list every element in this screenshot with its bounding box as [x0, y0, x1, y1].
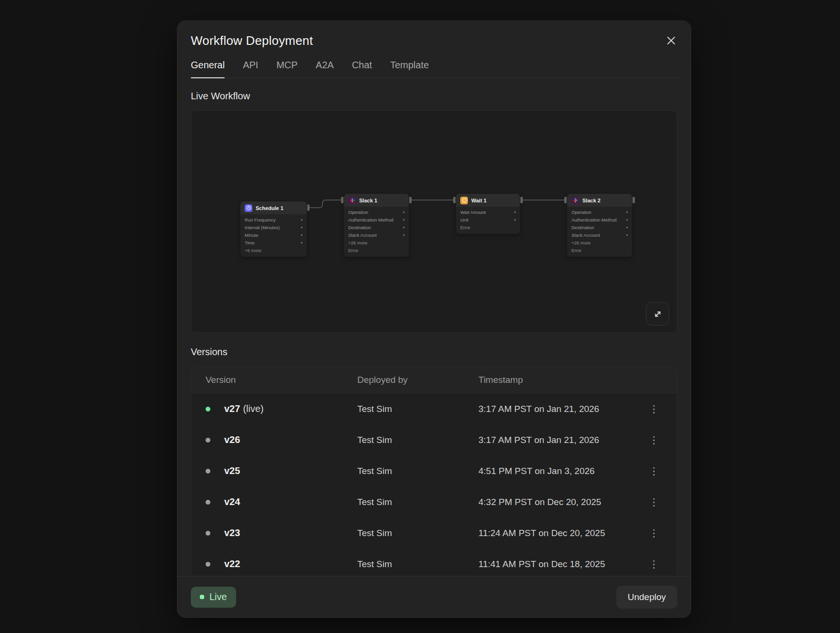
- tab-chat[interactable]: Chat: [352, 60, 372, 78]
- row-menu-button[interactable]: ⋮: [645, 494, 663, 511]
- table-row-v24[interactable]: v24 Test Sim 4:32 PM PST on Dec 20, 2025…: [191, 486, 677, 517]
- tab-bar: General API MCP A2A Chat Template: [191, 60, 677, 78]
- workflow-canvas[interactable]: Schedule 1 Run Frequency Interval (Minut…: [191, 110, 677, 333]
- row-menu-button[interactable]: ⋮: [645, 463, 663, 480]
- collapse-dot-icon: [626, 227, 628, 228]
- timestamp-cell: 11:24 AM PST on Dec 20, 2025: [478, 528, 643, 538]
- version-cell: v25: [224, 465, 357, 476]
- input-handle[interactable]: [341, 197, 343, 203]
- node-field: Authentication Method: [344, 216, 409, 223]
- column-header-deployed-by: Deployed by: [357, 375, 478, 385]
- kebab-icon: ⋮: [649, 528, 659, 538]
- table-row-v26[interactable]: v26 Test Sim 3:17 AM PST on Jan 21, 2026…: [191, 424, 677, 455]
- node-field: Destination: [344, 223, 409, 231]
- tab-mcp[interactable]: MCP: [276, 60, 297, 78]
- collapse-dot-icon: [626, 219, 628, 221]
- live-status-badge: Live: [191, 587, 236, 608]
- version-cell: v24: [224, 496, 357, 507]
- deployed-by-cell: Test Sim: [357, 404, 478, 414]
- versions-heading: Versions: [191, 347, 677, 358]
- node-field: Time: [240, 239, 307, 246]
- output-handle[interactable]: [307, 204, 310, 211]
- expand-canvas-button[interactable]: [646, 302, 669, 326]
- node-slack-2[interactable]: Slack 2 Operation Authentication Method …: [567, 194, 632, 257]
- node-schedule-1-header: Schedule 1: [240, 201, 307, 214]
- node-error-field: Error: [456, 223, 520, 231]
- node-slack-1[interactable]: Slack 1 Operation Authentication Method …: [344, 194, 409, 257]
- row-menu-button[interactable]: ⋮: [645, 525, 663, 542]
- page-title: Workflow Deployment: [191, 33, 677, 48]
- node-field: Authentication Method: [567, 216, 632, 223]
- input-handle[interactable]: [564, 197, 567, 203]
- collapse-dot-icon: [626, 211, 628, 213]
- row-menu-button[interactable]: ⋮: [645, 401, 663, 418]
- versions-table-header: Version Deployed by Timestamp: [191, 367, 677, 393]
- version-cell: v23: [224, 528, 357, 538]
- close-button[interactable]: [663, 32, 679, 49]
- collapse-dot-icon: [301, 227, 302, 228]
- node-field: Wait Amount: [456, 208, 520, 216]
- version-cell: v27(live): [224, 403, 357, 414]
- status-dot: [206, 438, 210, 443]
- status-dot: [206, 562, 210, 567]
- undeploy-button[interactable]: Undeploy: [616, 586, 677, 609]
- workflow-deployment-modal: Workflow Deployment General API MCP A2A …: [177, 21, 691, 618]
- wait-clock-icon: [460, 197, 468, 204]
- node-field: Unit: [456, 216, 520, 223]
- node-field: Operation: [344, 208, 409, 216]
- table-row-v27[interactable]: v27(live) Test Sim 3:17 AM PST on Jan 21…: [191, 393, 677, 424]
- node-wait-1-header: Wait 1: [456, 194, 520, 207]
- slack-icon: [348, 197, 356, 204]
- node-field: Minute: [240, 231, 307, 239]
- node-field: Run Frequency: [240, 216, 307, 223]
- input-handle[interactable]: [453, 197, 456, 203]
- tab-a2a[interactable]: A2A: [316, 60, 334, 78]
- tab-general[interactable]: General: [191, 60, 225, 78]
- node-field: Interval (Minutes): [240, 223, 307, 231]
- timestamp-cell: 3:17 AM PST on Jan 21, 2026: [478, 435, 643, 445]
- deployed-by-cell: Test Sim: [357, 559, 478, 570]
- node-schedule-1[interactable]: Schedule 1 Run Frequency Interval (Minut…: [240, 201, 307, 257]
- collapse-dot-icon: [301, 219, 302, 221]
- row-menu-button[interactable]: ⋮: [645, 432, 663, 449]
- node-field: Slack Account: [344, 231, 409, 239]
- output-handle[interactable]: [409, 197, 412, 203]
- timestamp-cell: 3:17 AM PST on Jan 21, 2026: [478, 404, 643, 414]
- live-status-dot: [206, 407, 210, 411]
- modal-footer: Live Undeploy: [177, 576, 691, 617]
- deployed-by-cell: Test Sim: [357, 435, 478, 445]
- node-more-fields: +6 more: [240, 246, 307, 254]
- row-menu-button[interactable]: ⋮: [645, 556, 663, 573]
- live-dot-icon: [200, 595, 204, 599]
- kebab-icon: ⋮: [649, 559, 659, 569]
- tab-template[interactable]: Template: [390, 60, 429, 78]
- close-icon: [666, 35, 676, 46]
- deployed-by-cell: Test Sim: [357, 466, 478, 476]
- node-field: Slack Account: [567, 231, 632, 239]
- status-dot: [206, 469, 210, 474]
- node-slack-1-header: Slack 1: [344, 194, 409, 207]
- output-handle[interactable]: [520, 197, 523, 203]
- node-error-field: Error: [567, 246, 632, 254]
- table-row-v23[interactable]: v23 Test Sim 11:24 AM PST on Dec 20, 202…: [191, 517, 677, 549]
- table-row-v22[interactable]: v22 Test Sim 11:41 AM PST on Dec 18, 202…: [191, 549, 677, 575]
- collapse-dot-icon: [514, 219, 516, 221]
- collapse-dot-icon: [301, 234, 302, 236]
- clock-icon: [245, 204, 252, 212]
- tab-api[interactable]: API: [243, 60, 258, 78]
- node-field: Operation: [567, 208, 632, 216]
- status-dot: [206, 500, 210, 505]
- node-wait-1[interactable]: Wait 1 Wait Amount Unit Error: [456, 194, 520, 234]
- status-dot: [206, 531, 210, 536]
- version-cell: v22: [224, 559, 357, 570]
- node-slack-2-header: Slack 2: [567, 194, 632, 207]
- modal-body: Live Workflow Schedule 1 Run Frequency: [177, 78, 691, 576]
- deployed-by-cell: Test Sim: [357, 497, 478, 507]
- live-workflow-heading: Live Workflow: [191, 91, 677, 102]
- node-more-fields: +26 more: [344, 239, 409, 246]
- expand-icon: [653, 309, 663, 319]
- table-row-v25[interactable]: v25 Test Sim 4:51 PM PST on Jan 3, 2026 …: [191, 455, 677, 486]
- kebab-icon: ⋮: [649, 497, 659, 507]
- output-handle[interactable]: [633, 197, 635, 203]
- collapse-dot-icon: [514, 211, 516, 213]
